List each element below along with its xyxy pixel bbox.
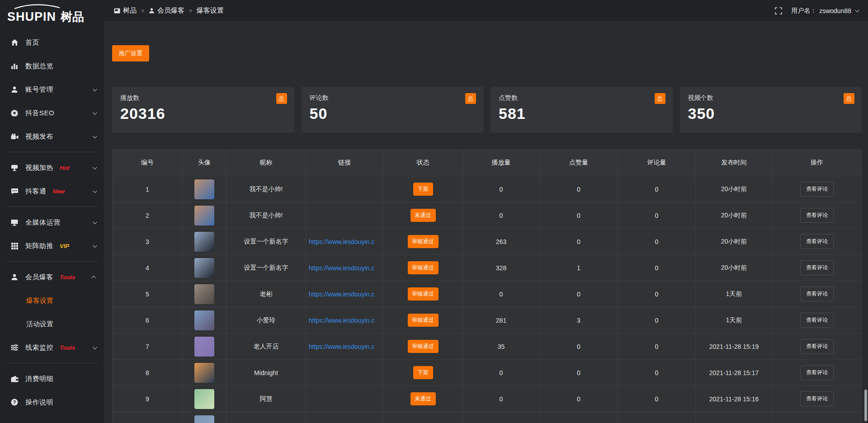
avatar-cell [183, 281, 226, 307]
logo-text-cn: 树品 [60, 10, 84, 24]
avatar-cell [183, 307, 226, 333]
comment-count: 0 [618, 307, 696, 333]
view-comments-button[interactable]: 查看评论 [800, 287, 834, 301]
view-comments-button[interactable]: 查看评论 [800, 339, 834, 354]
logo-arc [14, 5, 60, 9]
sidebar-item-label: 消费明细 [25, 375, 53, 383]
like-count: 3 [540, 307, 618, 333]
user-menu[interactable]: 用户名：zswodun88 [791, 7, 858, 15]
vertical-scrollbar[interactable] [864, 390, 867, 421]
avatar-cell [183, 202, 226, 228]
status-badge: 审核通过 [408, 261, 439, 274]
play-count: 0 [463, 386, 540, 412]
comment-count: 0 [618, 229, 696, 254]
sidebar-item-douyin-seo[interactable]: 抖音SEO [0, 101, 104, 125]
sidebar-divider [6, 152, 98, 152]
view-comments-button[interactable]: 查看评论 [800, 313, 834, 328]
avatar [194, 206, 214, 226]
sidebar-item-label: 数据总览 [25, 62, 53, 70]
video-link[interactable]: https://www.iesdouyin.c [309, 238, 375, 245]
table-row: 3 设置一个新名字 https://www.iesdouyin.c 审核通过 2… [112, 229, 862, 255]
stat-card-likes: 点赞数 581 总 [491, 87, 673, 133]
total-badge: 总 [844, 93, 854, 104]
view-comments-button[interactable]: 查看评论 [800, 365, 834, 380]
sidebar-item-home[interactable]: 首页 [0, 31, 104, 54]
app-icon [114, 8, 120, 14]
sidebar-subitem-activity-settings[interactable]: 活动设置 [0, 312, 104, 336]
sidebar-item-clue-monitor[interactable]: 线索监控 Tools [0, 336, 104, 359]
video-link[interactable]: https://www.iesdouyin.c [309, 264, 375, 272]
video-icon [10, 133, 19, 140]
nickname: 我不是小帅! [226, 202, 306, 228]
table-row: 7 老人开店 https://www.iesdouyin.c 审核通过 35 0… [112, 334, 862, 360]
fullscreen-icon[interactable] [775, 7, 782, 14]
sidebar-item-matrix-boost[interactable]: 矩阵助推 VIP [0, 234, 104, 258]
avatar-cell [183, 412, 226, 423]
breadcrumb-item-member[interactable]: 会员爆客 [149, 6, 184, 15]
publish-time: 20小时前 [696, 255, 773, 281]
heat-icon [10, 164, 19, 171]
sidebar-item-member-baoke[interactable]: 会员爆客 Tools [0, 265, 104, 289]
user-icon [149, 8, 155, 14]
play-count [463, 412, 540, 423]
stat-card-plays: 播放数 20316 总 [112, 87, 294, 133]
comment-count: 0 [618, 202, 696, 228]
sidebar-item-video-publish[interactable]: 视频发布 [0, 125, 104, 148]
sidebar-subitem-baoke-settings[interactable]: 爆客设置 [0, 289, 104, 312]
vip-badge: VIP [60, 243, 69, 249]
promo-settings-button[interactable]: 推广设置 [112, 45, 149, 61]
column-header: 操作 [773, 149, 862, 176]
row-number: 7 [112, 334, 183, 359]
sidebar-divider [6, 363, 98, 363]
breadcrumb-separator: > [141, 8, 144, 14]
sidebar-item-doukingtong[interactable]: 抖客通 New [0, 179, 104, 203]
video-link[interactable]: https://www.iesdouyin.c [309, 343, 375, 350]
sliders-icon [10, 344, 19, 351]
table-row: 6 小爱玲 https://www.iesdouyin.c 审核通过 281 3… [112, 307, 862, 334]
sidebar-item-consumption-detail[interactable]: 消费明细 [0, 367, 104, 390]
nickname: 我不是小帅! [226, 176, 306, 202]
view-comments-button[interactable]: 查看评论 [800, 260, 834, 275]
chart-icon [10, 62, 19, 70]
column-header: 播放量 [463, 149, 540, 176]
sidebar-item-instructions[interactable]: ? 操作说明 [0, 390, 104, 414]
row-number: 1 [112, 176, 183, 202]
status-badge: 下架 [413, 366, 433, 379]
status-badge: 审核通过 [408, 235, 439, 248]
column-header: 发布时间 [696, 149, 773, 176]
table-header-row: 编号 头像 昵称 链接 状态 播放量 点赞量 评论量 发布时间 操作 [112, 149, 862, 176]
breadcrumb-item-home[interactable]: 树品 [114, 6, 137, 15]
play-count: 263 [463, 229, 540, 254]
new-badge: New [53, 188, 65, 195]
comment-count: 0 [618, 281, 696, 307]
video-link[interactable]: https://www.iesdouyin.c [309, 317, 375, 324]
row-number: 9 [112, 386, 183, 412]
wallet-icon [10, 376, 19, 382]
play-count: 0 [463, 202, 540, 228]
column-header: 头像 [183, 149, 226, 176]
svg-text:?: ? [13, 400, 16, 405]
comment-count: 0 [618, 255, 696, 281]
publish-time: 1天前 [696, 307, 773, 333]
sidebar-item-video-heat[interactable]: 视频加热 Hot [0, 156, 104, 179]
sidebar-item-account-mgmt[interactable]: 账号管理 [0, 78, 104, 101]
sidebar-item-all-media[interactable]: 全媒体运营 [0, 211, 104, 234]
topbar-right: 用户名：zswodun88 [775, 7, 858, 15]
row-number: 2 [112, 202, 183, 228]
chevron-down-icon [93, 220, 97, 224]
view-comments-button[interactable]: 查看评论 [800, 208, 834, 223]
column-header: 链接 [306, 149, 383, 176]
video-link[interactable]: https://www.iesdouyin.c [309, 291, 375, 298]
sidebar-item-data-overview[interactable]: 数据总览 [0, 54, 104, 78]
avatar [194, 179, 214, 199]
view-comments-button[interactable]: 查看评论 [800, 234, 834, 249]
like-count: 0 [540, 360, 618, 385]
avatar-cell [183, 255, 226, 281]
sidebar-item-label: 抖客通 [25, 187, 47, 196]
avatar [194, 337, 214, 357]
publish-time: 20小时前 [696, 202, 773, 228]
view-comments-button[interactable]: 查看评论 [800, 182, 834, 197]
username-label: 用户名： [791, 7, 816, 15]
stat-card-videos: 视频个数 350 总 [680, 87, 862, 133]
view-comments-button[interactable]: 查看评论 [800, 391, 834, 406]
